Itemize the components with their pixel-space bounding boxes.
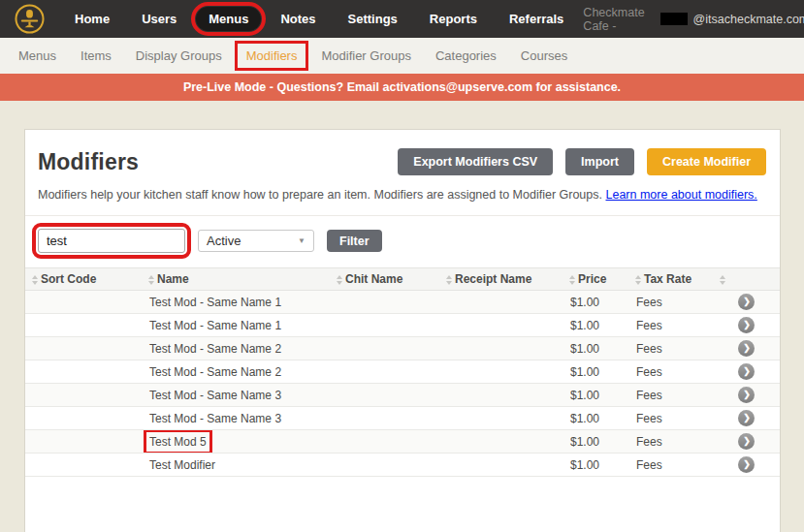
column-header-tax-rate[interactable]: Tax Rate	[628, 268, 713, 291]
table-row[interactable]: Test Mod 5 $1.00 Fees ❯	[25, 430, 780, 454]
cell-chit-name	[330, 314, 439, 337]
table-header-row: Sort Code Name Chit Name Receipt Name Pr…	[25, 268, 780, 291]
cell-receipt-name	[439, 360, 563, 384]
table-row[interactable]: Test Mod - Same Name 1 $1.00 Fees ❯	[25, 291, 780, 314]
import-button[interactable]: Import	[565, 148, 634, 175]
cell-name: Test Mod - Same Name 2	[142, 360, 330, 384]
nav-item-settings[interactable]: Settings	[336, 7, 410, 31]
table-row[interactable]: Test Mod - Same Name 2 $1.00 Fees ❯	[25, 337, 780, 360]
modifiers-table-body: Test Mod - Same Name 1 $1.00 Fees ❯ Test…	[25, 291, 780, 477]
cell-price: $1.00	[563, 430, 628, 454]
cell-chit-name	[330, 430, 439, 454]
column-header-actions[interactable]	[713, 268, 780, 291]
cell-chit-name	[330, 454, 439, 477]
row-detail-chevron-button[interactable]: ❯	[738, 410, 755, 426]
column-header-price[interactable]: Price	[563, 268, 628, 291]
table-row[interactable]: Test Mod - Same Name 2 $1.00 Fees ❯	[25, 360, 780, 384]
table-row[interactable]: Test Mod - Same Name 1 $1.00 Fees ❯	[25, 314, 780, 337]
account-email: @itsacheckmate.com	[693, 13, 804, 26]
page-title: Modifiers	[38, 149, 139, 175]
nav-item-reports[interactable]: Reports	[417, 7, 490, 31]
learn-more-link[interactable]: Learn more about modifiers.	[605, 188, 756, 202]
filter-button[interactable]: Filter	[327, 230, 382, 252]
cell-sort-code	[25, 454, 142, 477]
sort-arrows-icon	[32, 275, 38, 285]
cell-sort-code	[25, 360, 142, 384]
subnav-item-display-groups[interactable]: Display Groups	[127, 44, 231, 68]
cell-name: Test Modifier	[142, 454, 330, 477]
cell-tax-rate: Fees	[628, 407, 713, 430]
cell-sort-code	[25, 314, 142, 337]
cell-receipt-name	[439, 291, 563, 314]
cell-actions: ❯	[713, 454, 780, 477]
chevron-right-icon: ❯	[743, 321, 751, 329]
cell-sort-code	[25, 430, 142, 454]
row-detail-chevron-button[interactable]: ❯	[738, 433, 755, 450]
sort-arrows-icon	[148, 275, 154, 285]
filter-bar: Active ▼ Filter	[25, 216, 780, 267]
header-actions: Export Modifiers CSV Import Create Modif…	[398, 148, 766, 175]
cell-price: $1.00	[563, 360, 628, 384]
cell-actions: ❯	[713, 291, 780, 314]
subnav-item-menus[interactable]: Menus	[10, 44, 65, 68]
chevron-right-icon: ❯	[743, 460, 751, 469]
row-detail-chevron-button[interactable]: ❯	[738, 387, 755, 403]
cell-actions: ❯	[713, 430, 780, 454]
create-modifier-button[interactable]: Create Modifier	[647, 148, 766, 175]
subnav-item-modifier-groups[interactable]: Modifier Groups	[312, 44, 419, 68]
row-detail-chevron-button[interactable]: ❯	[738, 456, 755, 473]
screen: Home Users Menus Notes Settings Reports …	[0, 0, 804, 532]
export-modifiers-csv-button[interactable]: Export Modifiers CSV	[398, 148, 553, 175]
subnav-item-categories[interactable]: Categories	[427, 44, 505, 68]
cell-sort-code	[25, 407, 142, 430]
cell-name: Test Mod - Same Name 2	[142, 337, 330, 360]
nav-item-menus[interactable]: Menus	[196, 7, 261, 31]
cell-name: Test Mod 5	[142, 430, 330, 454]
cell-actions: ❯	[713, 360, 780, 384]
cell-receipt-name	[439, 454, 563, 477]
sub-nav: Menus Items Display Groups Modifiers Mod…	[0, 38, 804, 74]
nav-item-referrals[interactable]: Referrals	[497, 7, 576, 31]
chevron-right-icon: ❯	[743, 391, 751, 399]
subnav-item-items[interactable]: Items	[72, 44, 120, 68]
chevron-right-icon: ❯	[743, 297, 751, 306]
sort-arrows-icon	[569, 275, 575, 285]
nav-item-home[interactable]: Home	[62, 7, 122, 31]
cell-chit-name	[330, 291, 439, 314]
cell-tax-rate: Fees	[628, 337, 713, 360]
subnav-item-courses[interactable]: Courses	[512, 44, 576, 68]
chevron-right-icon: ❯	[743, 367, 751, 376]
table-row[interactable]: Test Mod - Same Name 3 $1.00 Fees ❯	[25, 407, 780, 430]
cell-tax-rate: Fees	[628, 384, 713, 407]
status-select[interactable]: Active ▼	[198, 230, 314, 252]
column-header-chit-name[interactable]: Chit Name	[330, 268, 439, 291]
cell-tax-rate: Fees	[628, 454, 713, 477]
row-detail-chevron-button[interactable]: ❯	[738, 317, 755, 333]
cell-price: $1.00	[563, 291, 628, 314]
cell-price: $1.00	[563, 384, 628, 407]
table-row[interactable]: Test Mod - Same Name 3 $1.00 Fees ❯	[25, 384, 780, 407]
brand-logo-icon[interactable]	[14, 3, 46, 35]
cell-actions: ❯	[713, 407, 780, 430]
cell-price: $1.00	[563, 337, 628, 360]
account-name: Checkmate Cafe -	[583, 6, 655, 33]
cell-actions: ❯	[713, 384, 780, 407]
column-header-sort-code[interactable]: Sort Code	[25, 268, 142, 291]
nav-item-notes[interactable]: Notes	[268, 7, 328, 31]
row-detail-chevron-button[interactable]: ❯	[738, 340, 755, 357]
subnav-item-modifiers[interactable]: Modifiers	[238, 44, 306, 68]
search-input[interactable]	[38, 229, 185, 253]
cell-receipt-name	[439, 430, 563, 454]
sort-arrows-icon	[446, 275, 452, 285]
row-detail-chevron-button[interactable]: ❯	[738, 363, 755, 380]
column-header-name[interactable]: Name	[142, 268, 330, 291]
nav-item-users[interactable]: Users	[129, 7, 189, 31]
table-row[interactable]: Test Modifier $1.00 Fees ❯	[25, 454, 780, 477]
row-detail-chevron-button[interactable]: ❯	[738, 294, 755, 310]
cell-name: Test Mod - Same Name 3	[142, 407, 330, 430]
cell-chit-name	[330, 407, 439, 430]
cell-price: $1.00	[563, 407, 628, 430]
column-header-receipt-name[interactable]: Receipt Name	[439, 268, 563, 291]
sort-arrows-icon	[635, 275, 641, 285]
cell-receipt-name	[439, 384, 563, 407]
